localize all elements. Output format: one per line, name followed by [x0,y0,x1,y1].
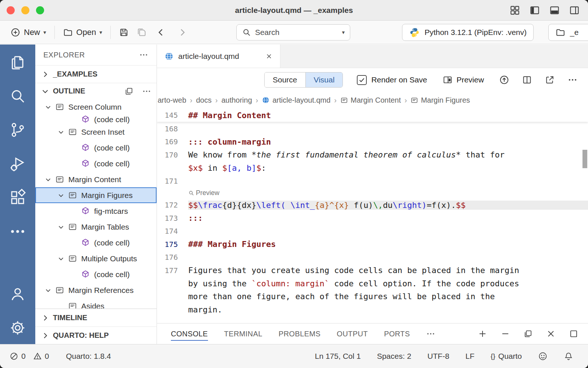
chevron-down-icon[interactable] [57,223,68,231]
sticky-scroll-line[interactable]: 145 ## Margin Content [157,109,588,122]
chevron-down-icon[interactable] [44,175,55,184]
outline-item[interactable]: Margin Content [35,171,157,187]
outline-item[interactable]: Screen Column [35,99,157,115]
open-button[interactable]: Open ▾ [59,27,106,38]
toggle-primary-sidebar-icon[interactable] [529,5,540,16]
interpreter-selector[interactable]: Python 3.12.1 (PipEnv: .venv) [402,24,534,41]
run-debug-icon[interactable] [9,155,26,173]
explorer-icon[interactable] [9,53,26,71]
code-segment: : [261,163,266,173]
cursor-position-status[interactable]: Ln 175, Col 1 [315,352,361,361]
breadcrumb-item[interactable]: Margin Content [340,96,401,105]
publish-icon[interactable] [499,75,509,85]
more-actions-icon[interactable] [139,50,148,60]
outline-item[interactable]: Margin Figures [35,187,157,203]
panel-tab-console[interactable]: CONSOLE [171,323,208,344]
quarto-version-status[interactable]: Quarto: 1.8.4 [66,352,111,361]
open-button-label: Open [76,28,96,37]
outline-item[interactable]: Screen Inset [35,124,157,140]
panel-plus-icon[interactable] [478,329,487,339]
panel-restore-icon[interactable] [523,329,533,339]
source-control-icon[interactable] [9,121,26,139]
zoom-window-button[interactable] [36,6,44,14]
account-icon[interactable] [9,285,26,303]
more-actions-icon[interactable] [426,329,435,339]
notifications-bell-icon[interactable] [564,351,573,361]
chevron-down-icon [70,115,81,124]
panel-close-icon[interactable] [546,329,556,339]
sidebar-section-quarto-help[interactable]: QUARTO: HELP [35,326,157,344]
chevron-down-icon[interactable]: ▾ [342,29,345,36]
visual-mode-button[interactable]: Visual [305,72,343,87]
eol-status[interactable]: LF [466,352,475,361]
language-mode-status[interactable]: {} Quarto [491,352,522,361]
code-editor[interactable]: 145 ## Margin Content 168169::: column-m… [157,109,588,323]
sidebar-section-outline[interactable]: OUTLINE [35,83,157,99]
preview-button[interactable]: Preview [442,75,484,85]
render-on-save-checkbox[interactable]: Render on Save [357,75,427,85]
breadcrumb-item[interactable]: article-layout.qmd [262,96,330,105]
outline-item[interactable]: Multiple Outputs [35,251,157,266]
close-window-button[interactable] [7,6,15,14]
workspace-selector[interactable]: _e [548,24,588,41]
outline-item[interactable]: (code cell) [35,115,157,124]
split-editor-icon[interactable] [522,75,532,85]
outline-item[interactable]: (code cell) [35,140,157,156]
panel-maximize-icon[interactable] [569,329,578,339]
panel-tab-output[interactable]: OUTPUT [337,323,368,344]
outline-item[interactable]: Margin Tables [35,219,157,235]
editor-scrollbar[interactable] [582,150,587,168]
outline-item-label: (code cell) [94,144,130,152]
customize-layout-icon[interactable] [509,5,520,16]
more-actions-icon[interactable] [142,86,151,96]
collapse-all-icon[interactable] [124,86,134,96]
save-icon[interactable] [115,27,133,38]
panel-minimize-icon[interactable] [501,329,510,339]
search-view-icon[interactable] [9,87,26,105]
outline-item[interactable]: (code cell) [35,235,157,251]
section-label: TIMELINE [53,314,87,322]
outline-item[interactable]: (code cell) [35,156,157,171]
breadcrumb-item[interactable]: arto-web [158,96,186,105]
close-icon[interactable] [265,53,273,60]
new-button[interactable]: New ▾ [7,27,50,38]
breadcrumb-item[interactable]: docs [196,96,211,105]
code-line: margin. [157,303,588,316]
additional-views-icon[interactable] [9,223,26,240]
chevron-down-icon[interactable] [57,254,68,263]
sidebar-section-timeline[interactable]: TIMELINE [35,309,157,326]
forward-icon[interactable] [172,27,193,38]
minimize-window-button[interactable] [21,6,29,14]
open-external-icon[interactable] [545,75,555,85]
search-input[interactable]: Search ▾ [236,24,350,40]
panel-tab-problems[interactable]: PROBLEMS [279,323,320,344]
chevron-down-icon[interactable] [57,128,68,137]
chevron-down-icon[interactable] [57,191,68,200]
outline-item[interactable]: (code cell) [35,266,157,282]
tab-article-layout[interactable]: article-layout.qmd [157,45,280,68]
outline-item[interactable]: Asides [35,298,157,308]
sidebar-section-examples[interactable]: _EXAMPLES [35,65,157,83]
toggle-secondary-sidebar-icon[interactable] [569,5,580,16]
extensions-icon[interactable] [9,189,26,206]
settings-gear-icon[interactable] [9,319,26,337]
outline-item[interactable]: Margin References [35,282,157,298]
more-actions-icon[interactable] [567,75,578,85]
toggle-panel-icon[interactable] [549,5,560,16]
chevron-down-icon[interactable] [44,286,55,295]
back-icon[interactable] [150,27,172,38]
code-segment: ::: column-margin [188,137,271,146]
breadcrumb-item[interactable]: authoring [221,96,252,105]
math-preview-toggle[interactable]: Preview [188,189,219,197]
panel-tab-ports[interactable]: PORTS [384,323,410,344]
encoding-status[interactable]: UTF-8 [427,352,449,361]
source-mode-button[interactable]: Source [265,72,305,87]
outline-item[interactable]: fig-mtcars [35,203,157,219]
indentation-status[interactable]: Spaces: 2 [377,352,411,361]
feedback-smiley-icon[interactable] [538,351,548,361]
panel-tab-terminal[interactable]: TERMINAL [224,323,262,344]
chevron-down-icon[interactable] [44,103,55,112]
problems-status[interactable]: 0 0 [10,352,49,361]
breadcrumb-item[interactable]: Margin Figures [410,96,470,105]
save-all-icon[interactable] [133,27,150,38]
